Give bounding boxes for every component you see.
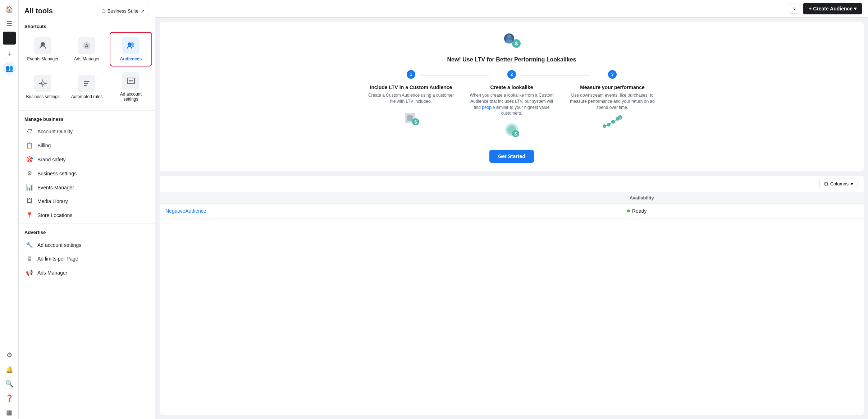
ad-account-settings-icon: [122, 72, 140, 89]
step-1-title: Include LTV in a Custom Audience: [368, 84, 454, 90]
plus-icon[interactable]: ＋: [3, 47, 16, 60]
store-locations-label: Store Locations: [37, 212, 72, 218]
home-icon[interactable]: 🏠: [3, 3, 16, 16]
sidebar-item-media-library[interactable]: 🖼 Media Library: [22, 194, 152, 208]
availability-col-header: Availability: [630, 195, 858, 201]
sidebar-item-billing[interactable]: 📋 Billing: [22, 138, 152, 152]
sidebar-item-ad-account-settings[interactable]: 🔧 Ad account settings: [22, 238, 152, 252]
store-locations-icon: 📍: [26, 212, 33, 218]
ad-account-settings-label: Ad account settings: [113, 92, 149, 102]
create-audience-button[interactable]: + Create Audience ▾: [803, 3, 862, 14]
top-bar: ∨ + Create Audience ▾: [155, 0, 868, 18]
promo-steps: 1 Include LTV in a Custom Audience Creat…: [168, 70, 855, 141]
get-started-label: Get Started: [498, 153, 525, 159]
barcode-icon[interactable]: ▦: [3, 406, 16, 419]
media-library-icon: 🖼: [26, 198, 33, 204]
shortcut-automated-rules[interactable]: Automated rules: [65, 68, 108, 106]
ready-label: Ready: [632, 208, 647, 214]
step-2-title: Create a lookalike: [469, 84, 555, 90]
ad-limits-icon: 🖥: [26, 255, 33, 262]
promo-step-2: 2 Create a lookalike When you create a l…: [461, 70, 562, 141]
step-2-num: 2: [507, 70, 516, 79]
columns-button[interactable]: ⊞ Columns ▾: [819, 179, 858, 189]
svg-rect-6: [84, 81, 90, 82]
ready-status-dot: [627, 210, 630, 212]
bell-icon[interactable]: 🔔: [3, 363, 16, 376]
top-bar-actions: ∨ + Create Audience ▾: [789, 3, 862, 14]
svg-point-4: [131, 42, 134, 46]
audiences-shortcut-icon: [122, 37, 140, 54]
svg-text:$: $: [514, 131, 517, 137]
brand-safety-label: Brand safety: [37, 157, 66, 162]
step-3-title: Measure your performance: [569, 84, 655, 90]
manage-business-list: 🛡 Account Quality 📋 Billing 🎯 Brand safe…: [19, 125, 155, 222]
ad-limits-label: Ad limits per Page: [37, 256, 78, 262]
search-icon[interactable]: 🔍: [3, 377, 16, 390]
svg-rect-8: [84, 85, 87, 86]
account-quality-label: Account Quality: [37, 129, 73, 134]
step-1-desc: Create a Custom Audience using a custome…: [368, 92, 454, 105]
availability-header: [165, 195, 630, 201]
events-manager-list-icon: 📊: [26, 184, 33, 191]
shortcut-audiences[interactable]: Audiences: [110, 32, 152, 66]
brand-safety-icon: 🎯: [26, 156, 33, 163]
shortcuts-section-title: Shortcuts: [19, 19, 155, 32]
step-1-num: 1: [407, 70, 415, 79]
step-3-visual: $: [569, 115, 655, 132]
chevron-icon: ∨: [793, 6, 796, 11]
columns-chevron-icon: ▾: [851, 181, 853, 187]
avatar[interactable]: [3, 32, 16, 45]
sidebar-item-account-quality[interactable]: 🛡 Account Quality: [22, 125, 152, 138]
step-2-desc: When you create a lookalike from a Custo…: [469, 92, 555, 116]
automated-rules-icon: [78, 75, 95, 92]
advertise-title: Advertise: [19, 225, 155, 238]
promo-hero-icon: $: [168, 31, 855, 52]
step-1-visual: $: [368, 109, 454, 129]
biz-settings-icon: ⚙: [26, 170, 33, 177]
audience-name-cell[interactable]: NegativeAudience: [165, 208, 627, 214]
svg-text:$: $: [515, 41, 518, 46]
shortcut-events-manager[interactable]: Events Manager: [22, 32, 64, 66]
promo-banner: $ New! Use LTV for Better Performing Loo…: [160, 22, 864, 171]
advertise-list: 🔧 Ad account settings 🖥 Ad limits per Pa…: [19, 238, 155, 280]
events-manager-label: Events Manager: [27, 56, 58, 61]
settings-icon[interactable]: ⚙: [3, 349, 16, 362]
table-header: Availability: [160, 192, 864, 204]
audiences-label: Audiences: [120, 56, 142, 61]
events-manager-icon: [34, 37, 51, 54]
svg-text:A: A: [85, 43, 88, 49]
shortcut-business-settings[interactable]: Business settings: [22, 68, 64, 106]
svg-rect-7: [84, 83, 88, 84]
columns-grid-icon: ⊞: [824, 181, 828, 187]
sidebar-item-brand-safety[interactable]: 🎯 Brand safety: [22, 152, 152, 166]
ads-manager-list-label: Ads Manager: [37, 270, 67, 276]
sidebar-title: All tools: [24, 7, 53, 15]
sidebar-header: All tools ⬡ Business Suite ↗: [19, 0, 155, 19]
sidebar-item-store-locations[interactable]: 📍 Store Locations: [22, 208, 152, 222]
biz-settings-label: Business settings: [37, 171, 77, 176]
svg-text:$: $: [414, 119, 417, 125]
shortcut-ads-manager[interactable]: A Ads Manager: [65, 32, 108, 66]
step-3-desc: Use downstream events, like purchases, t…: [569, 92, 655, 110]
promo-step-3: 3 Measure your performance Use downstrea…: [562, 70, 663, 141]
get-started-button[interactable]: Get Started: [489, 150, 534, 163]
step-3-num: 3: [608, 70, 617, 79]
step-2-visual: $: [469, 121, 555, 141]
ad-settings-icon: 🔧: [26, 241, 33, 248]
business-settings-label: Business settings: [26, 94, 59, 99]
collapse-button[interactable]: ∨: [789, 4, 800, 14]
menu-icon[interactable]: ☰: [3, 17, 16, 30]
billing-icon: 📋: [26, 142, 33, 149]
sidebar-item-ad-limits[interactable]: 🖥 Ad limits per Page: [22, 252, 152, 266]
sidebar-item-ads-manager[interactable]: 📢 Ads Manager: [22, 266, 152, 280]
shortcut-ad-account-settings[interactable]: Ad account settings: [110, 68, 152, 106]
svg-point-12: [507, 34, 511, 38]
main-content: ∨ + Create Audience ▾ $: [155, 0, 868, 419]
business-suite-button[interactable]: ⬡ Business Suite ↗: [97, 6, 149, 16]
help-icon[interactable]: ❓: [3, 392, 16, 405]
sidebar-item-business-settings[interactable]: ⚙ Business settings: [22, 166, 152, 180]
people-icon[interactable]: 👥: [3, 62, 16, 75]
sidebar-item-events-manager[interactable]: 📊 Events Manager: [22, 180, 152, 194]
business-settings-icon: [34, 75, 51, 92]
promo-step-1: 1 Include LTV in a Custom Audience Creat…: [361, 70, 461, 141]
